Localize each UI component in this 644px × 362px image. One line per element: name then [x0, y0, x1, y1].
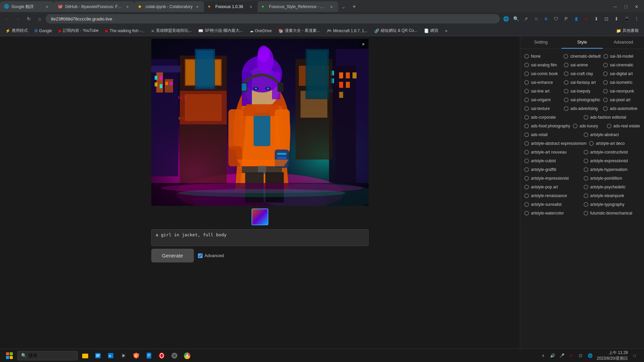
style-option-sai-pixel-art[interactable]: sai-pixel art: [603, 97, 640, 103]
style-option-futuristic-biomechanical[interactable]: futuristic-biomechanical: [584, 210, 640, 217]
taskbar-media-icon[interactable]: [117, 350, 129, 362]
style-option-sai-enhance[interactable]: sai-enhance: [524, 79, 561, 86]
style-option-sai-lowpoly[interactable]: sai-lowpoly: [564, 88, 601, 95]
pocket-icon[interactable]: P: [561, 14, 571, 23]
tray-speaker-icon[interactable]: 🔊: [548, 352, 556, 360]
ext2-icon[interactable]: ▼: [582, 14, 591, 23]
style-option-artstyle-pop-art[interactable]: artstyle-pop art: [524, 184, 581, 190]
taskbar-files-icon[interactable]: [92, 350, 104, 362]
tab-close-colab[interactable]: ✕: [195, 4, 200, 9]
bookmark-web[interactable]: 📑 網頁: [421, 26, 441, 35]
advanced-checkbox-label[interactable]: Advanced: [198, 253, 224, 258]
advanced-checkbox-input[interactable]: [198, 253, 203, 258]
share-icon[interactable]: ↗: [521, 14, 531, 23]
style-option-artstyle-cubist[interactable]: artstyle-cubist: [524, 158, 581, 164]
style-option-artstyle-renaissance[interactable]: artstyle-renaissance: [524, 192, 581, 199]
style-option-sai-fantasy-art[interactable]: sai-fantasy art: [564, 79, 601, 86]
bookmark-icon[interactable]: ☆: [531, 14, 541, 23]
menu-button[interactable]: ⋮: [632, 14, 641, 23]
style-option-ads-real-estate[interactable]: ads-real estate: [607, 123, 640, 129]
tab-fooocus[interactable]: ● Fooocus 1.0.36 ✕: [204, 1, 258, 12]
bookmark-other[interactable]: 📁 其他書籤: [613, 26, 641, 35]
tab-overflow-button[interactable]: ⌄: [338, 1, 349, 12]
style-option-sai-neonpunk[interactable]: sai-neonpunk: [603, 88, 640, 95]
tab-close-fooocus-style[interactable]: ✕: [329, 4, 334, 9]
bookmark-minecraft[interactable]: 🎮 Minecraft 1.8.7, 1...: [324, 27, 370, 35]
thumbnail-1[interactable]: [252, 208, 268, 225]
bookmark-sf[interactable]: 📖 SF輕小說-國內最大...: [196, 26, 245, 35]
style-option-ads-retail[interactable]: ads-retail: [524, 131, 581, 138]
style-option-ads-luxury[interactable]: ads-luxury: [573, 123, 604, 129]
style-option-sai-isometric[interactable]: sai-isometric: [603, 79, 640, 86]
style-option-artstyle-art-nouveau[interactable]: artstyle-art nouveau: [524, 149, 581, 156]
style-option-artstyle-graffiti[interactable]: artstyle-graffiti: [524, 166, 581, 173]
image-close-button[interactable]: ×: [359, 40, 367, 48]
notification-button[interactable]: □: [631, 352, 639, 360]
style-option-sai-cinematic[interactable]: sai-cinematic: [603, 62, 640, 68]
bookmark-apps[interactable]: ⚡ 應用程式: [3, 26, 31, 35]
style-option-artstyle-psychedelic[interactable]: artstyle-psychedelic: [584, 184, 640, 190]
tab-close-google[interactable]: ✕: [44, 4, 50, 9]
tab-advanced[interactable]: Advanced: [603, 36, 644, 49]
bookmark-more[interactable]: »: [442, 27, 450, 35]
style-option-sai-photographic[interactable]: sai-photographic: [564, 97, 601, 103]
style-option-artstyle-abstract-expressionism[interactable]: artstyle-abstract expressionism: [524, 140, 586, 147]
taskbar-tool-icon[interactable]: [168, 350, 180, 362]
start-button[interactable]: [3, 350, 16, 361]
style-option-sai-analog-film[interactable]: sai-analog film: [524, 62, 561, 68]
reload-button[interactable]: ↻: [24, 14, 34, 23]
taskbar-chrome-icon[interactable]: [181, 350, 193, 362]
bookmark-youtube[interactable]: ▶ 訂閱內容 - YouTube: [56, 26, 101, 35]
minimize-button[interactable]: ─: [610, 2, 620, 11]
generate-button[interactable]: Generate: [151, 249, 194, 262]
google-translate-ext[interactable]: G: [541, 14, 551, 23]
style-option-artstyle-surrealist[interactable]: artstyle-surrealist: [524, 201, 581, 208]
style-option-artstyle-pointillism[interactable]: artstyle-pointillism: [584, 175, 640, 182]
style-option-sai-origami[interactable]: sai-origami: [524, 97, 561, 103]
bookmark-manga[interactable]: 📚 漫畫大全 - 看漫畫...: [276, 26, 323, 35]
tray-display-icon[interactable]: ⊡: [577, 352, 585, 360]
bookmark-walking-fish[interactable]: ▶ The walking fish -...: [103, 27, 147, 35]
tab-style[interactable]: Style: [561, 36, 603, 49]
style-option-ads-food-photography[interactable]: ads-food photography: [524, 123, 570, 129]
style-option-sai-3d-model[interactable]: sai-3d-model: [603, 53, 640, 60]
style-option-none[interactable]: None: [524, 53, 561, 60]
style-option-artstyle-hyperrealism[interactable]: artstyle-hyperrealism: [584, 166, 640, 173]
tab-close-github[interactable]: ✕: [125, 4, 130, 9]
bookmark-google[interactable]: G Google: [32, 27, 55, 35]
taskbar-opera-icon[interactable]: [156, 350, 168, 362]
style-option-artstyle-abstract[interactable]: artstyle-abstract: [584, 131, 640, 138]
taskbar-search-box[interactable]: 🔍 搜尋: [17, 351, 78, 360]
taskbar-brave-icon[interactable]: B: [130, 350, 142, 362]
style-option-sai-texture[interactable]: sai-texture: [524, 105, 561, 112]
ext1-icon[interactable]: 👤: [572, 14, 581, 23]
address-input[interactable]: [46, 14, 500, 23]
tray-close-icon[interactable]: ✕: [567, 352, 575, 360]
bookmark-lol[interactable]: ⚔ 英雄聯盟英雄與玩...: [148, 26, 194, 35]
translate-icon[interactable]: 🌐: [501, 14, 511, 23]
tray-network-icon[interactable]: 🌐: [586, 352, 594, 360]
tab-colab[interactable]: ◆ colab.ipynb - Colaboratory ✕: [134, 1, 204, 12]
prompt-input[interactable]: [151, 229, 369, 246]
bookmark-qr[interactable]: 🔗 縮短網址 & QR Co...: [372, 26, 420, 35]
taskbar-explorer-icon[interactable]: [79, 350, 91, 362]
tray-mic-icon[interactable]: 🎤: [558, 352, 566, 360]
style-option-artstyle-impressionist[interactable]: artstyle-impressionist: [524, 175, 581, 182]
new-tab-button[interactable]: +: [349, 1, 360, 12]
ext3-icon[interactable]: ⬇: [592, 14, 601, 23]
style-option-sai-anime[interactable]: sai-anime: [564, 62, 601, 68]
style-option-artstyle-typography[interactable]: artstyle-typography: [584, 201, 640, 208]
back-button[interactable]: ←: [3, 14, 12, 23]
style-option-artstyle-constructivist[interactable]: artstyle-constructivist: [584, 149, 640, 156]
style-option-sai-craft-clay[interactable]: sai-craft clay: [564, 70, 601, 77]
home-button[interactable]: ⌂: [35, 14, 44, 23]
style-option-artstyle-expressionist[interactable]: artstyle-expressionist: [584, 158, 640, 164]
close-window-button[interactable]: ✕: [632, 2, 641, 11]
zoom-icon[interactable]: 🔍: [511, 14, 521, 23]
style-option-sai-line-art[interactable]: sai-line art: [524, 88, 561, 95]
taskbar-doc-icon[interactable]: [143, 350, 155, 362]
style-option-ads-automotive[interactable]: ads-automotive: [603, 105, 640, 112]
style-option-cinematic-default[interactable]: cinematic-default: [564, 53, 601, 60]
style-option-artstyle-steampunk[interactable]: artstyle-steampunk: [584, 192, 640, 199]
tab-close-fooocus[interactable]: ✕: [248, 4, 254, 9]
